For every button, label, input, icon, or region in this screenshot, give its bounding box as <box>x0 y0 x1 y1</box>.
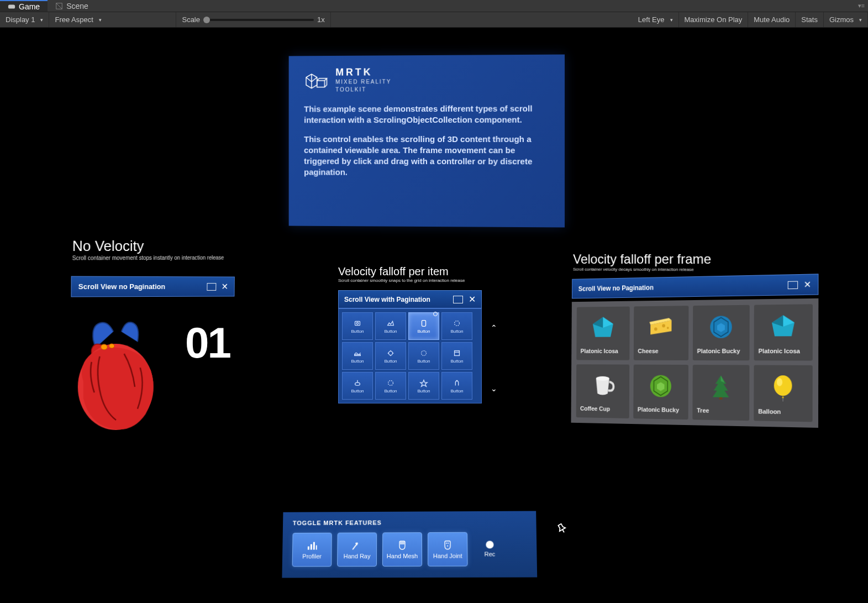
section-per-item: Velocity falloff per item Scroll contain… <box>338 265 465 283</box>
grid-button-label: Button <box>384 359 397 364</box>
toggle-hand-joint-button[interactable]: Hand Joint <box>428 532 468 567</box>
card-thumbnail <box>758 370 808 406</box>
eye-dropdown[interactable]: Left Eye <box>633 12 679 27</box>
page-up-button[interactable]: ⌃ <box>491 323 497 332</box>
window-icon[interactable] <box>788 281 798 289</box>
scrollview-titlebar-1[interactable]: Scroll View no Pagination ✕ <box>71 276 234 297</box>
maximize-label: Maximize On Play <box>685 15 743 24</box>
gallery-card[interactable]: Balloon <box>754 365 813 422</box>
section-subtitle: Scroll container smoothly snaps to the g… <box>338 278 465 283</box>
grid-button-label: Button <box>351 359 364 364</box>
tab-game[interactable]: Game <box>0 0 48 12</box>
svg-point-43 <box>448 543 449 544</box>
gallery-card[interactable]: Coffee Cup <box>576 364 630 418</box>
rec-label: Rec <box>484 550 495 557</box>
grid-button[interactable]: Button <box>441 372 472 400</box>
svg-point-5 <box>109 344 114 348</box>
card-thumbnail <box>759 309 808 344</box>
stats-button[interactable]: Stats <box>796 12 824 27</box>
card-thumbnail <box>638 310 684 344</box>
toggle-hand-ray-button[interactable]: Hand Ray <box>337 532 377 567</box>
tab-menu-icon[interactable]: ▾≡ <box>858 2 868 9</box>
grid-button[interactable]: Button <box>375 312 406 340</box>
svg-point-14 <box>355 382 360 385</box>
heart-model[interactable] <box>61 314 170 439</box>
window-icon[interactable] <box>207 283 216 291</box>
card-thumbnail <box>580 369 625 402</box>
svg-rect-40 <box>313 542 315 550</box>
aspect-label: Free Aspect <box>55 15 93 24</box>
scrollview-titlebar-3[interactable]: Scroll View no Pagination ✕ <box>572 274 819 298</box>
gallery-card[interactable]: Cheese <box>634 306 689 360</box>
toggle-button-label: Profiler <box>302 553 322 559</box>
eye-label: Left Eye <box>638 15 665 24</box>
scale-slider[interactable] <box>203 19 314 21</box>
scene-icon <box>55 2 63 10</box>
toggle-button-label: Hand Mesh <box>387 553 418 559</box>
gallery-card[interactable]: Platonic Icosa <box>754 304 813 361</box>
svg-point-11 <box>388 351 392 355</box>
svg-point-42 <box>446 543 447 544</box>
grid-button[interactable]: Button <box>342 342 373 370</box>
section-no-velocity: No Velocity Scroll container movement st… <box>72 237 224 261</box>
svg-point-12 <box>422 350 427 355</box>
rec-button[interactable]: Rec <box>484 541 495 557</box>
toggle-button-label: Hand Joint <box>433 553 462 559</box>
grid-button[interactable]: Button <box>408 372 439 400</box>
brand-sub1: MIXED REALITY <box>335 78 391 86</box>
button-grid[interactable]: ButtonButtonButtonButtonButtonButtonButt… <box>338 308 482 403</box>
grid-button[interactable]: Button <box>375 372 406 400</box>
gallery-card[interactable]: Platonic Bucky <box>693 305 750 361</box>
card-thumbnail <box>697 369 745 404</box>
gallery-card[interactable]: Platonic Bucky <box>633 365 688 420</box>
pin-icon[interactable] <box>554 521 570 538</box>
gizmos-dropdown[interactable]: Gizmos <box>824 12 868 27</box>
card-label: Coffee Cup <box>580 405 625 413</box>
scale-control: Scale 1x <box>176 12 330 27</box>
grid-button-label: Button <box>351 329 364 334</box>
toggle-profiler-button[interactable]: Profiler <box>292 533 332 567</box>
grid-button[interactable]: Button <box>441 312 472 340</box>
scrollview-titlebar-2[interactable]: Scroll View with Pagination ✕ <box>338 290 482 308</box>
grid-button[interactable]: Button <box>408 312 439 340</box>
grid-button[interactable]: Button <box>408 342 439 370</box>
grid-button-label: Button <box>351 389 364 394</box>
grid-button-label: Button <box>417 359 430 364</box>
display-label: Display 1 <box>6 15 35 24</box>
window-icon[interactable] <box>453 296 463 303</box>
toggle-hand-mesh-button[interactable]: Hand Mesh <box>382 532 422 567</box>
tab-scene[interactable]: Scene <box>48 0 96 12</box>
close-icon[interactable]: ✕ <box>222 281 228 292</box>
aspect-dropdown[interactable]: Free Aspect <box>49 12 176 27</box>
grid-button[interactable]: Button <box>441 342 472 370</box>
grid-button-label: Button <box>450 389 463 394</box>
gallery-card[interactable]: Platonic Icosa <box>576 306 630 360</box>
brand-title: MRTK <box>335 66 391 78</box>
svg-rect-39 <box>311 544 312 550</box>
rec-dot-icon <box>486 541 493 548</box>
card-label: Platonic Icosa <box>581 348 625 355</box>
close-icon[interactable]: ✕ <box>803 279 811 290</box>
gallery-grid[interactable]: Platonic IcosaCheesePlatonic BuckyPlaton… <box>571 298 818 428</box>
svg-point-15 <box>388 380 393 385</box>
card-label: Platonic Icosa <box>759 348 808 355</box>
section-subtitle: Scroll container velocity decays smoothl… <box>573 267 711 272</box>
svg-rect-13 <box>455 350 460 355</box>
grid-button[interactable]: Button <box>375 342 406 370</box>
page-number: 01 <box>185 318 230 368</box>
display-dropdown[interactable]: Display 1 <box>0 12 49 27</box>
maximize-on-play-button[interactable]: Maximize On Play <box>679 12 749 27</box>
gallery-panel: Scroll View no Pagination ✕ Platonic Ico… <box>571 274 818 428</box>
gizmos-label: Gizmos <box>829 15 854 24</box>
page-down-button[interactable]: ⌄ <box>491 384 497 393</box>
close-icon[interactable]: ✕ <box>469 294 476 305</box>
gallery-card[interactable]: Tree <box>692 365 749 421</box>
game-icon <box>8 3 15 11</box>
grid-button[interactable]: Button <box>342 312 373 340</box>
card-label: Cheese <box>638 348 684 355</box>
svg-point-4 <box>101 344 107 350</box>
grid-button[interactable]: Button <box>342 372 373 400</box>
game-viewport[interactable]: MRTK MIXED REALITY TOOLKIT This example … <box>0 28 868 603</box>
grid-button-label: Button <box>450 359 463 364</box>
mute-audio-button[interactable]: Mute Audio <box>748 12 796 27</box>
